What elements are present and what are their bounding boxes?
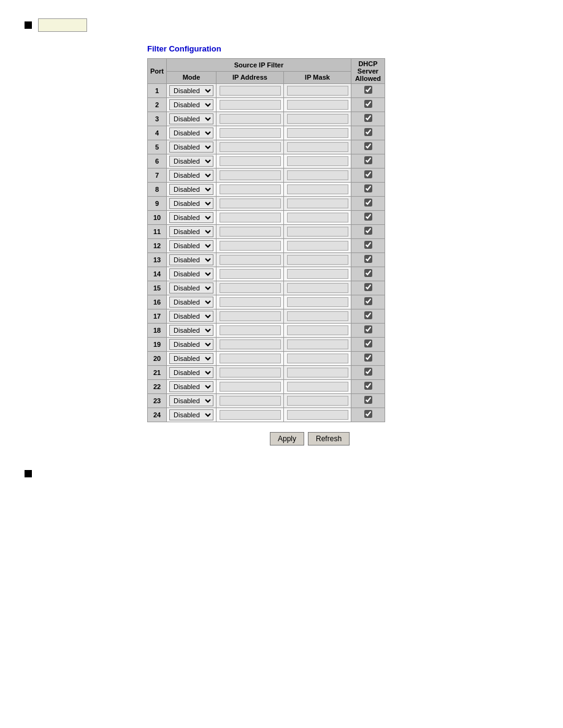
dhcp-checkbox[interactable] <box>364 325 372 333</box>
mode-select[interactable]: DisabledEnabled <box>169 297 213 308</box>
mode-select[interactable]: DisabledEnabled <box>169 409 213 420</box>
ip-mask-input[interactable] <box>287 114 348 124</box>
mode-select[interactable]: DisabledEnabled <box>169 240 213 251</box>
dhcp-checkbox[interactable] <box>364 199 372 207</box>
ip-address-input[interactable] <box>220 100 281 110</box>
ip-address-input[interactable] <box>220 269 281 279</box>
dhcp-checkbox[interactable] <box>364 213 372 221</box>
ip-mask-input[interactable] <box>287 325 348 335</box>
dhcp-checkbox[interactable] <box>364 128 372 136</box>
mode-select[interactable]: DisabledEnabled <box>169 381 213 392</box>
dhcp-checkbox[interactable] <box>364 382 372 390</box>
ip-address-input[interactable] <box>220 339 281 349</box>
ip-address-input[interactable] <box>220 170 281 180</box>
ip-mask-input[interactable] <box>287 184 348 194</box>
mode-select[interactable]: DisabledEnabled <box>169 311 213 322</box>
dhcp-checkbox[interactable] <box>364 114 372 122</box>
ip-address-input[interactable] <box>220 128 281 138</box>
dhcp-checkbox[interactable] <box>364 156 372 164</box>
refresh-button[interactable]: Refresh <box>308 432 350 446</box>
ip-address-input[interactable] <box>220 114 281 124</box>
ip-mask-input[interactable] <box>287 283 348 293</box>
ip-address-input[interactable] <box>220 199 281 208</box>
ip-mask-input[interactable] <box>287 396 348 406</box>
ip-mask-input[interactable] <box>287 339 348 349</box>
dhcp-checkbox[interactable] <box>364 269 372 277</box>
mode-select[interactable]: DisabledEnabled <box>169 198 213 209</box>
mode-select[interactable]: DisabledEnabled <box>169 99 213 110</box>
mode-select[interactable]: DisabledEnabled <box>169 395 213 406</box>
ip-address-input[interactable] <box>220 396 281 406</box>
ip-mask-input[interactable] <box>287 213 348 222</box>
mode-select[interactable]: DisabledEnabled <box>169 339 213 350</box>
top-input[interactable] <box>38 18 87 32</box>
dhcp-checkbox[interactable] <box>364 227 372 235</box>
ip-mask-input[interactable] <box>287 142 348 152</box>
ip-address-input[interactable] <box>220 297 281 307</box>
ip-mask-input[interactable] <box>287 86 348 96</box>
ip-mask-input[interactable] <box>287 354 348 363</box>
ip-mask-input[interactable] <box>287 255 348 265</box>
mode-select[interactable]: DisabledEnabled <box>169 282 213 294</box>
ip-address-input[interactable] <box>220 184 281 194</box>
ip-address-input[interactable] <box>220 283 281 293</box>
dhcp-checkbox[interactable] <box>364 297 372 305</box>
mode-select[interactable]: DisabledEnabled <box>169 254 213 265</box>
ip-address-input[interactable] <box>220 142 281 152</box>
ip-mask-input[interactable] <box>287 297 348 307</box>
ip-address-input[interactable] <box>220 241 281 251</box>
dhcp-checkbox[interactable] <box>364 410 372 418</box>
ip-mask-input[interactable] <box>287 170 348 180</box>
ip-mask-input[interactable] <box>287 156 348 166</box>
mode-select[interactable]: DisabledEnabled <box>169 142 213 153</box>
ip-mask-input[interactable] <box>287 128 348 138</box>
dhcp-checkbox[interactable] <box>364 184 372 192</box>
dhcp-checkbox[interactable] <box>364 339 372 347</box>
apply-button[interactable]: Apply <box>270 432 304 446</box>
mode-select[interactable]: DisabledEnabled <box>169 212 213 223</box>
dhcp-checkbox[interactable] <box>364 396 372 404</box>
ip-mask-input[interactable] <box>287 410 348 420</box>
dhcp-checkbox[interactable] <box>364 283 372 291</box>
mode-select[interactable]: DisabledEnabled <box>169 268 213 279</box>
dhcp-checkbox[interactable] <box>364 311 372 319</box>
ip-mask-input[interactable] <box>287 368 348 377</box>
ip-address-input[interactable] <box>220 86 281 96</box>
mode-select[interactable]: DisabledEnabled <box>169 226 213 237</box>
mode-select[interactable]: DisabledEnabled <box>169 127 213 138</box>
ip-address-input[interactable] <box>220 255 281 265</box>
mode-select[interactable]: DisabledEnabled <box>169 156 213 167</box>
dhcp-checkbox[interactable] <box>364 354 372 362</box>
dhcp-checkbox[interactable] <box>364 368 372 376</box>
ip-mask-input[interactable] <box>287 100 348 110</box>
mode-select[interactable]: DisabledEnabled <box>169 85 213 96</box>
dhcp-checkbox[interactable] <box>364 255 372 263</box>
dhcp-checkbox[interactable] <box>364 170 372 178</box>
ip-address-input[interactable] <box>220 227 281 237</box>
dhcp-checkbox[interactable] <box>364 86 372 94</box>
ip-mask-input[interactable] <box>287 227 348 237</box>
ip-address-input[interactable] <box>220 213 281 222</box>
ip-mask-input[interactable] <box>287 241 348 251</box>
ip-address-input[interactable] <box>220 382 281 392</box>
ip-mask-input[interactable] <box>287 269 348 279</box>
mode-select[interactable]: DisabledEnabled <box>169 325 213 336</box>
ip-address-input[interactable] <box>220 156 281 166</box>
ip-address-input[interactable] <box>220 311 281 321</box>
mode-select[interactable]: DisabledEnabled <box>169 170 213 181</box>
mode-select[interactable]: DisabledEnabled <box>169 184 213 195</box>
ip-address-input[interactable] <box>220 325 281 335</box>
ip-address-input[interactable] <box>220 368 281 377</box>
table-row: 4DisabledEnabled <box>148 126 385 140</box>
mode-select[interactable]: DisabledEnabled <box>169 353 213 364</box>
ip-address-input[interactable] <box>220 354 281 363</box>
ip-mask-input[interactable] <box>287 382 348 392</box>
ip-mask-input[interactable] <box>287 311 348 321</box>
ip-mask-input[interactable] <box>287 199 348 208</box>
ip-address-input[interactable] <box>220 410 281 420</box>
mode-select[interactable]: DisabledEnabled <box>169 113 213 124</box>
dhcp-checkbox[interactable] <box>364 241 372 249</box>
dhcp-checkbox[interactable] <box>364 100 372 108</box>
mode-select[interactable]: DisabledEnabled <box>169 367 213 378</box>
dhcp-checkbox[interactable] <box>364 142 372 150</box>
